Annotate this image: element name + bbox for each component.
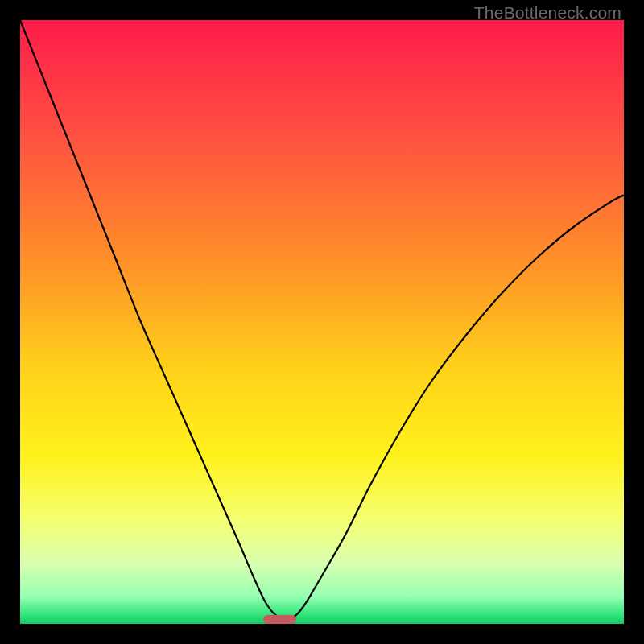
chart-frame: TheBottleneck.com	[0, 0, 644, 644]
bottleneck-curve	[20, 20, 624, 624]
plot-area	[20, 20, 624, 624]
optimum-marker	[263, 615, 296, 624]
